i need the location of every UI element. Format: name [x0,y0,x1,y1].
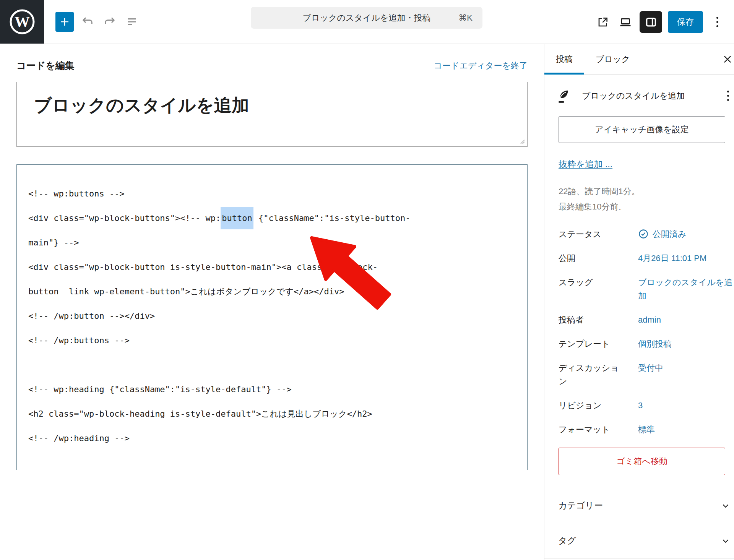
left-toolbar [49,12,140,32]
field-value: 4月26日 11:01 PM [638,252,706,265]
post-quill-icon [556,88,571,104]
command-center-title: ブロックのスタイルを追加・投稿 [302,12,430,24]
field-row-publish-date: 公開 4月26日 11:01 PM [559,252,733,265]
code-line: <!-- wp:buttons --> [28,182,516,206]
code-line [28,353,516,377]
discussion-button[interactable]: 受付中 [638,361,733,388]
field-label: フォーマット [559,423,627,436]
code-line: button__link wp-element-button">これはボタンブロ… [28,279,516,304]
options-menu-button[interactable] [709,12,726,32]
tags-panel-toggle[interactable]: タグ [544,523,734,558]
tab-post[interactable]: 投稿 [544,44,584,74]
field-value: 3 [638,399,643,412]
field-value: admin [638,313,661,326]
external-link-icon [597,16,609,28]
status-value-button[interactable]: 公開済み [638,227,733,241]
code-line: <!-- wp:heading {"className":"is-style-d… [28,377,516,402]
close-icon [722,54,733,65]
field-label: スラッグ [559,276,627,302]
revisions-button[interactable]: 3 [638,399,733,412]
code-line: <!-- /wp:button --></div> [28,304,516,328]
slug-button[interactable]: ブロックのスタイルを追加 [638,276,733,302]
svg-text:W: W [15,13,30,30]
code-line: <!-- /wp:heading --> [28,426,516,451]
selected-code-text: button [221,207,253,229]
command-shortcut: ⌘K [458,13,473,23]
field-label: ディスカッション [559,361,627,388]
post-title-textarea[interactable]: ブロックのスタイルを追加 [16,82,528,147]
document-overview-button[interactable] [123,12,140,32]
editor-top-bar: W ブロックのスタイルを追加・投稿 ⌘K [0,0,734,44]
undo-icon [81,15,94,28]
code-line: <div class="wp-block-button is-style-but… [28,255,516,279]
field-value: ブロックのスタイルを追加 [638,276,733,302]
document-stats: 22語、読了時間1分。 最終編集10分前。 [559,184,730,214]
settings-sidebar: 投稿 ブロック ブロックのスタイルを追加 アイキャッチ画像を設定 抜粋を追加 .… [544,44,734,560]
save-button[interactable]: 保存 [668,11,703,33]
field-label: 公開 [559,252,627,265]
field-row-template: テンプレート 個別投稿 [559,337,733,351]
document-summary-card: ブロックのスタイルを追加 [544,75,734,114]
set-featured-image-button[interactable]: アイキャッチ画像を設定 [559,116,725,143]
document-title: ブロックのスタイルを追加 [582,90,723,102]
preview-external-button[interactable] [594,12,611,32]
redo-icon [103,15,116,28]
sidebar-tabs: 投稿 ブロック [544,44,734,75]
check-circle-icon [638,229,649,239]
document-actions-button[interactable] [723,87,733,105]
field-row-format: フォーマット 標準 [559,423,733,436]
chevron-down-icon [721,501,731,511]
author-button[interactable]: admin [638,313,733,326]
redo-button[interactable] [101,12,118,32]
exit-code-editor-link[interactable]: コードエディターを終了 [434,60,528,71]
template-button[interactable]: 個別投稿 [638,337,733,351]
ellipsis-icon [727,91,729,101]
code-line: <div class="wp-block-buttons"><!-- wp:bu… [28,206,516,230]
close-sidebar-button[interactable] [718,49,734,69]
field-row-revisions: リビジョン 3 [559,399,733,412]
wordpress-logo-icon[interactable]: W [0,0,44,44]
resize-grip-icon[interactable] [519,138,525,144]
settings-sidebar-toggle-button[interactable] [640,11,662,33]
code-editor-header: コードを編集 コードエディターを終了 [16,59,528,72]
code-line: main"} --> [28,230,516,255]
tab-block[interactable]: ブロック [584,44,641,74]
editor-canvas: コードを編集 コードエディターを終了 ブロックのスタイルを追加 <!-- wp:… [0,44,544,560]
code-line: <!-- /wp:buttons --> [28,328,516,353]
workspace: コードを編集 コードエディターを終了 ブロックのスタイルを追加 <!-- wp:… [0,44,734,560]
publish-date-button[interactable]: 4月26日 11:01 PM [638,252,733,265]
panel-label: カテゴリー [558,500,603,511]
field-value: 受付中 [638,361,663,375]
block-inserter-button[interactable] [55,12,74,32]
field-value: 公開済み [653,227,687,241]
code-text: {"className":"is-style-button- [253,213,411,223]
plus-icon [59,16,70,28]
list-view-icon [125,15,139,29]
sidebar-toggle-icon [645,16,658,29]
field-row-status: ステータス 公開済み [559,227,733,241]
field-label: 投稿者 [559,313,627,326]
field-label: ステータス [559,227,627,241]
laptop-preview-icon [619,15,632,29]
taxonomy-panels: カテゴリー タグ [544,488,734,558]
panel-label: タグ [558,535,576,547]
post-content-code-textarea[interactable]: <!-- wp:buttons --> <div class="wp-block… [16,164,528,470]
code-mode-title: コードを編集 [16,59,75,72]
command-center-search[interactable]: ブロックのスタイルを追加・投稿 ⌘K [251,7,482,29]
add-excerpt-link[interactable]: 抜粋を追加 ... [559,158,612,170]
move-to-trash-button[interactable]: ゴミ箱へ移動 [559,448,725,475]
last-edited-text: 最終編集10分前。 [559,199,730,214]
format-button[interactable]: 標準 [638,423,733,436]
post-summary-fields: ステータス 公開済み 公開 4月26日 11:01 PM スラッグ ブロックのス… [559,227,733,436]
field-row-author: 投稿者 admin [559,313,733,326]
preview-device-button[interactable] [617,12,634,32]
field-value: 標準 [638,423,655,436]
chevron-down-icon [721,536,731,546]
categories-panel-toggle[interactable]: カテゴリー [544,488,734,523]
field-row-slug: スラッグ ブロックのスタイルを追加 [559,276,733,302]
right-toolbar: 保存 [594,0,726,44]
code-text: <div class="wp-block-buttons"><!-- wp: [28,213,221,223]
word-count-text: 22語、読了時間1分。 [559,184,730,199]
field-label: リビジョン [559,399,627,412]
undo-button[interactable] [79,12,96,32]
